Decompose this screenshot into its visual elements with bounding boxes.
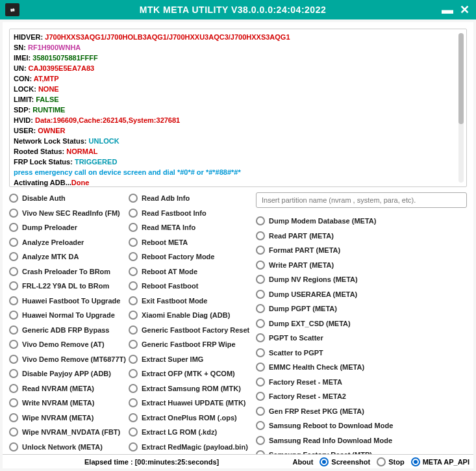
log-panel: HIDVER: J700HXXS3AQG1/J700HOLB3AQG1/J700… [9,29,467,187]
option-label: Factory Reset - META [269,378,342,386]
option-radio[interactable]: Reboot Fastboot [129,280,252,292]
radio-dot-icon [129,267,138,276]
option-radio[interactable]: Exit Fastboot Mode [129,295,252,307]
option-radio[interactable]: Extract OFP (MTK + QCOM) [129,368,252,380]
option-radio[interactable]: Dump USERAREA (META) [256,288,467,301]
option-label: Read Adb Info [142,194,190,202]
radio-dot-icon [256,421,265,430]
option-radio[interactable]: Extract Super IMG [129,353,252,366]
about-button[interactable]: About [293,458,314,466]
radio-dot-icon [9,325,18,335]
radio-dot-icon [129,311,138,320]
option-radio[interactable]: PGPT to Scatter [256,331,467,344]
option-label: Exit Fastboot Mode [142,297,207,305]
log-hint: press emergency call on device screen an… [14,167,462,177]
option-radio[interactable]: FRL-L22 Y9A DL to BRom [9,280,125,292]
option-radio[interactable]: Extract Samsung ROM (MTK) [129,383,252,395]
option-radio[interactable]: EMMC Health Check (META) [256,361,467,374]
option-radio[interactable]: Dump EXT_CSD (META) [256,317,467,330]
option-radio[interactable]: Extract OnePlus ROM (.ops) [129,412,252,424]
option-radio[interactable]: Wipe NVRAM (META) [9,412,125,424]
option-radio[interactable]: Generic Fastboot FRP Wipe [129,338,252,351]
meta-ap-api-radio[interactable]: META AP_API [411,457,470,466]
radio-dot-icon [9,384,18,393]
radio-dot-icon [129,340,138,349]
option-radio[interactable]: Vivo Demo Remove (AT) [9,338,125,351]
option-radio[interactable]: Dump NV Regions (META) [256,273,467,286]
option-label: PGPT to Scatter [269,334,323,342]
radio-dot-icon [256,319,265,328]
option-radio[interactable]: Gen FRP Reset PKG (META) [256,405,467,418]
option-radio[interactable]: Crash Preloader To BRom [9,266,125,278]
option-radio[interactable]: Dump Modem Database (META) [256,214,467,227]
option-radio[interactable]: Reboot META [129,236,252,249]
option-radio[interactable]: Scatter to PGPT [256,346,467,359]
radio-dot-icon [129,325,138,335]
elapsed-time-label: Elapsed time : [00:minutes:25:seconds] [6,458,219,466]
option-radio[interactable]: Huawei Normal To Upgrade [9,309,125,322]
option-radio[interactable]: Reboot AT Mode [129,266,252,278]
option-radio[interactable]: Format PART (META) [256,244,467,257]
option-radio[interactable]: Write PART (META) [256,259,467,272]
option-radio[interactable]: Write NVRAM (META) [9,397,125,409]
option-label: Disable Auth [22,194,66,202]
screenshot-radio[interactable]: Screenshot [319,457,370,466]
radio-dot-icon [129,238,138,247]
option-label: Wipe NVRAM_NVDATA (FBT) [22,428,120,436]
option-radio[interactable]: Wipe NVRAM_NVDATA (FBT) [9,426,125,439]
radio-dot-icon [9,311,18,320]
option-label: Read Fastboot Info [142,209,207,217]
partition-search-input[interactable] [256,192,467,208]
option-radio[interactable]: Huawei Fastboot To Upgrade [9,295,125,307]
option-radio[interactable]: Samsung Reboot to Download Mode [256,419,467,432]
option-label: Extract OnePlus ROM (.ops) [142,414,237,422]
stop-radio[interactable]: Stop [377,457,404,466]
option-radio[interactable]: Dump PGPT (META) [256,302,467,315]
radio-dot-icon [129,194,138,203]
option-radio[interactable]: Extract LG ROM (.kdz) [129,426,252,439]
log-line: LOCK: NONE [14,84,462,94]
app-window: ⇄ MTK META UTILITY V38.0.0.0:24:04:2022 … [0,0,476,471]
option-radio[interactable]: Extract RedMagic (payload.bin) [129,441,252,453]
option-radio[interactable]: Factory Reset - META [256,376,467,388]
option-radio[interactable]: Vivo New SEC ReadInfo (FM) [9,207,125,220]
option-radio[interactable]: Analyze MTK DA [9,251,125,263]
option-label: Generic Fastboot Factory Reset [142,326,249,334]
option-radio[interactable]: Samsung Read Info Download Mode [256,434,467,447]
option-radio[interactable]: Samsung Factory Reset (MTP) [256,448,467,454]
log-line: FRP Lock Status: TRIGGERED [14,157,462,167]
option-radio[interactable]: Generic Fastboot Factory Reset [129,324,252,337]
option-radio[interactable]: Read NVRAM (META) [9,383,125,395]
option-label: Huawei Fastboot To Upgrade [22,297,120,305]
options-col-3: Dump Modem Database (META)Read PART (MET… [256,192,467,453]
option-radio[interactable]: Disable Auth [9,192,125,205]
radio-dot-icon [129,252,138,261]
minimize-icon[interactable]: ▬ [441,3,454,16]
option-radio[interactable]: Read Adb Info [129,192,252,205]
option-label: Analyze MTK DA [22,253,79,261]
close-icon[interactable]: ✕ [458,3,471,16]
radio-dot-icon [256,304,265,313]
option-label: Vivo Demo Remove (MT6877T) [22,355,126,363]
radio-dot-icon [9,369,18,378]
radio-dot-icon [9,223,18,232]
option-radio[interactable]: Generic ADB FRP Bypass [9,324,125,337]
radio-dot-icon [129,398,138,407]
option-radio[interactable]: Reboot Factory Mode [129,251,252,263]
option-radio[interactable]: Extract Huawei UPDATE (MTK) [129,397,252,409]
radio-dot-icon [9,398,18,407]
option-radio[interactable]: Read META Info [129,222,252,234]
option-radio[interactable]: Analyze Preloader [9,236,125,249]
option-radio[interactable]: Disable Payjoy APP (ADB) [9,368,125,380]
radio-dot-icon [9,340,18,349]
radio-dot-icon [129,223,138,232]
option-radio[interactable]: Read PART (META) [256,229,467,242]
option-label: EMMC Health Check (META) [269,363,364,371]
option-radio[interactable]: Vivo Demo Remove (MT6877T) [9,353,125,366]
option-radio[interactable]: Unlock Network (META) [9,441,125,453]
option-radio[interactable]: Read Fastboot Info [129,207,252,220]
option-radio[interactable]: Dump Preloader [9,222,125,234]
option-radio[interactable]: Xiaomi Enable Diag (ADB) [129,309,252,322]
log-scrollbar-thumb[interactable] [458,33,464,124]
option-radio[interactable]: Factory Reset - META2 [256,390,467,403]
